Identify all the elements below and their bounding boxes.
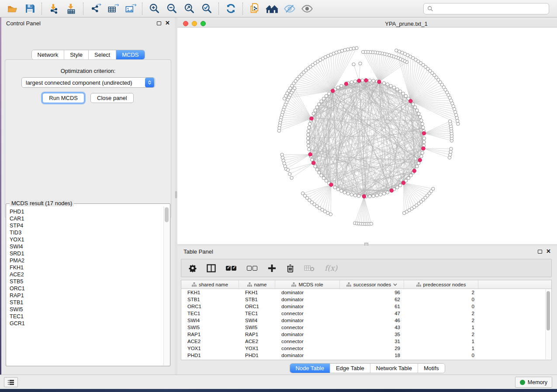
close-panel-button[interactable]: Close panel [90,93,134,103]
toolbar-separator [42,3,42,15]
mcds-result-item[interactable]: SRD1 [10,250,163,257]
select-stepper-icon [145,78,154,87]
select-all-columns-icon[interactable] [225,266,237,271]
column-header-predecessor-nodes[interactable]: predecessor nodes [404,280,478,289]
cell-mcds_role: connector [275,339,340,344]
float-panel-icon[interactable] [157,21,161,25]
table-row[interactable]: ACE2ACE2connector311 [181,338,551,345]
cell-name: FKH1 [239,290,275,295]
mcds-result-item[interactable]: SWI4 [10,243,163,250]
save-session-icon[interactable] [21,1,38,16]
mcds-result-item[interactable]: PHD1 [10,208,163,215]
mcds-result-item[interactable]: SWI5 [10,306,163,313]
table-row[interactable]: PHD1PHD1dominator180 [181,352,551,359]
delete-table-icon[interactable] [304,265,315,272]
tab-edge-table[interactable]: Edge Table [330,364,370,373]
tab-network[interactable]: Network [31,50,64,59]
run-mcds-button[interactable]: Run MCDS [42,93,84,103]
mcds-result-item[interactable]: YOX1 [10,236,163,243]
refresh-icon[interactable] [222,1,239,16]
import-network-icon[interactable] [45,1,62,16]
deselect-all-columns-icon[interactable] [246,266,258,271]
hide-selected-icon[interactable] [281,1,298,16]
task-history-button[interactable] [4,377,18,387]
export-image-icon[interactable] [121,1,139,16]
open-file-icon[interactable] [3,1,21,16]
create-column-icon[interactable] [267,264,277,273]
cell-mcds_role: dominator [275,304,340,309]
search-field[interactable] [423,3,549,14]
table-row[interactable]: STB1STB1dominator620 [181,296,551,303]
cell-name: ORC1 [239,304,275,309]
tab-node-table[interactable]: Node Table [290,364,330,373]
tab-mcds[interactable]: MCDS [116,50,144,59]
float-table-panel-icon[interactable] [538,250,542,254]
table-row[interactable]: SWI4SWI4dominator462 [181,317,551,324]
zoom-fit-icon[interactable] [180,1,198,16]
search-input[interactable] [436,6,545,12]
mcds-result-item[interactable]: RAP1 [10,292,163,299]
zoom-out-icon[interactable] [163,1,180,16]
show-all-icon[interactable] [298,1,316,16]
tab-network-table[interactable]: Network Table [370,364,418,373]
mcds-result-item[interactable]: STB5 [10,278,163,285]
memory-button[interactable]: Memory [515,377,552,388]
mcds-list-scrollbar[interactable] [163,206,170,365]
tab-select[interactable]: Select [89,50,116,59]
memory-label: Memory [528,379,547,385]
mcds-result-item[interactable]: TEC1 [10,313,163,320]
tab-motifs[interactable]: Motifs [418,364,445,373]
mcds-result-item[interactable]: STB1 [10,299,163,306]
cell-name: SWI4 [239,318,275,323]
toolbar-separator [218,3,219,15]
duplicate-network-icon[interactable] [246,1,263,16]
window-zoom-icon[interactable] [201,21,206,26]
table-row[interactable]: YOX1YOX1connector291 [181,345,551,352]
window-close-icon[interactable] [183,21,188,26]
cell-successor_nodes: 96 [340,290,404,295]
mcds-result-item[interactable]: CAR1 [10,215,163,222]
window-minimize-icon[interactable] [192,21,197,26]
cell-name: TEC1 [239,311,275,316]
mcds-result-list[interactable]: PHD1CAR1STP4TID3YOX1SWI4SRD1PMA2FKH1ACE2… [7,206,163,365]
zoom-selected-icon[interactable] [198,1,215,16]
first-neighbors-icon[interactable] [263,1,281,16]
close-table-panel-icon[interactable]: ✕ [546,249,551,254]
mcds-result-item[interactable]: GCR1 [10,320,163,327]
close-panel-icon[interactable]: ✕ [165,21,170,25]
table-scrollbar[interactable] [545,289,551,359]
cell-shared_name: TEC1 [181,311,239,316]
cell-shared_name: SWI5 [181,325,239,330]
table-settings-gear-icon[interactable] [188,264,197,272]
column-header-name[interactable]: name [239,280,275,289]
table-row[interactable]: SWI5SWI5connector431 [181,324,551,331]
delete-column-icon[interactable] [286,264,294,273]
column-header-shared-name[interactable]: shared name [181,280,239,289]
column-header-MCDS-role[interactable]: MCDS role [275,280,340,289]
network-graph[interactable] [177,28,557,244]
cell-predecessor_nodes: 2 [404,318,478,323]
export-network-icon[interactable] [86,1,104,16]
mcds-result-item[interactable]: ACE2 [10,271,163,278]
export-table-icon[interactable] [104,1,121,16]
column-header-successor-nodes[interactable]: successor nodes [340,280,404,289]
mcds-result-item[interactable]: TID3 [10,229,163,236]
toggle-column-panel-icon[interactable] [207,264,216,272]
mcds-result-item[interactable]: ORC1 [10,285,163,292]
zoom-in-icon[interactable] [145,1,163,16]
table-toolbar: f(x) [181,259,552,277]
mcds-result-item[interactable]: FKH1 [10,264,163,271]
mcds-result-item[interactable]: STP4 [10,222,163,229]
network-canvas[interactable] [177,28,557,244]
table-row[interactable]: TEC1TEC1connector472 [181,310,551,317]
mcds-result-item[interactable]: PMA2 [10,257,163,264]
table-row[interactable]: FKH1FKH1dominator962 [181,289,551,296]
function-builder-icon[interactable]: f(x) [325,264,337,272]
import-table-icon[interactable] [62,1,80,16]
table-row[interactable]: ORC1ORC1dominator610 [181,303,551,310]
network-window-titlebar[interactable]: YPA_prune.txt_1 [177,20,557,28]
table-row[interactable]: RAP1RAP1dominator352 [181,331,551,338]
cell-shared_name: PHD1 [181,353,239,358]
tab-style[interactable]: Style [64,50,89,59]
optimization-criterion-select[interactable]: largest connected component (undirected) [21,77,155,88]
